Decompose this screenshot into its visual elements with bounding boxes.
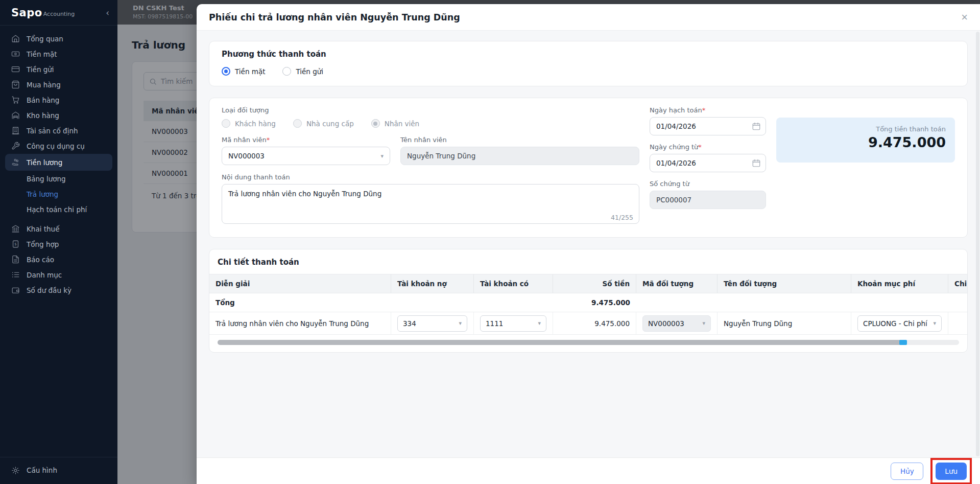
form-right-column: Ngày hạch toán* Ngày chứng từ* (650, 106, 766, 217)
debit-account-select[interactable]: 334 ▾ (397, 315, 467, 332)
object-code-select: NV000003 ▾ (642, 315, 711, 332)
modal-title: Phiếu chi trả lương nhân viên Nguyễn Tru… (209, 12, 460, 22)
radio-bank-transfer-dot (282, 67, 291, 76)
sidebar-item-tax[interactable]: Khai thuế (5, 221, 112, 236)
sidebar-item-overview[interactable]: Tổng quan (5, 31, 112, 46)
total-row-amount: 9.475.000 (553, 298, 636, 307)
char-counter: 41/255 (611, 214, 633, 221)
sidebar-item-purchasing[interactable]: Mua hàng (5, 77, 112, 92)
entry-object-name: Nguyễn Trung Dũng (718, 312, 851, 334)
sidebar-item-tools[interactable]: Công cụ dụng cụ (5, 139, 112, 153)
col-debit-account: Tài khoản nợ (391, 274, 474, 293)
col-description: Diễn giải (209, 274, 391, 293)
voucher-date-input[interactable] (650, 154, 766, 172)
chevron-down-icon: ▾ (380, 153, 384, 159)
horizontal-scrollbar[interactable] (218, 340, 959, 345)
shopping-bag-icon (11, 80, 20, 89)
posting-date-label: Ngày hạch toán* (650, 106, 766, 114)
warehouse-icon (11, 111, 20, 120)
detail-table-header: Diễn giải Tài khoản nợ Tài khoản có Số t… (209, 274, 967, 293)
total-amount-value: 9.475.000 (785, 134, 946, 150)
sidebar-item-reports[interactable]: Báo cáo (5, 252, 112, 267)
voucher-date-label: Ngày chứng từ* (650, 143, 766, 151)
total-row-label: Tổng (209, 298, 391, 307)
shopping-cart-icon (11, 96, 20, 104)
payment-method-options: Tiền mặt Tiền gửi (222, 67, 955, 76)
radio-customer: Khách hàng (222, 119, 276, 128)
scrollbar-blue-marker (899, 340, 907, 345)
expense-item-select[interactable]: CPLUONG - Chi phí lươ ▾ (857, 315, 942, 332)
entry-amount[interactable]: 9.475.000 (553, 312, 636, 334)
credit-account-select[interactable]: 1111 ▾ (480, 315, 546, 332)
voucher-number-field: Số chứng từ (650, 180, 766, 209)
radio-supplier-dot (293, 119, 302, 128)
radio-bank-transfer[interactable]: Tiền gửi (282, 67, 323, 76)
employee-name-label: Tên nhân viên (400, 136, 639, 144)
sidebar-item-bank-deposit[interactable]: Tiền gửi (5, 62, 112, 77)
receipt-dollar-icon: $ (11, 240, 20, 248)
cancel-button[interactable]: Hủy (891, 463, 923, 480)
file-text-icon (11, 255, 20, 264)
sidebar-item-cash[interactable]: Tiền mặt (5, 47, 112, 61)
col-amount: Số tiền (553, 274, 636, 293)
employee-code-select[interactable]: NV000003 ▾ (222, 147, 390, 165)
radio-cash[interactable]: Tiền mặt (222, 67, 265, 76)
hand-coins-icon (11, 158, 20, 167)
sidebar-item-categories[interactable]: Danh mục (5, 267, 112, 282)
building-icon (11, 126, 20, 135)
form-left-column: Loại đối tượng Khách hàng Nhà cung cấp (222, 106, 639, 226)
scrollbar-thumb[interactable] (218, 340, 903, 345)
svg-text:$: $ (14, 242, 17, 246)
sidebar-collapse-icon[interactable]: ‹ (106, 8, 109, 18)
sidebar-item-pay-salary[interactable]: Trả lương (5, 187, 112, 201)
employee-code-field: Mã nhân viên* NV000003 ▾ (222, 136, 390, 165)
sidebar: Sapo Accounting ‹ Tổng quan Tiền mặt Tiề… (0, 0, 117, 484)
salary-payment-modal: Phiếu chi trả lương nhân viên Nguyễn Tru… (197, 4, 980, 484)
logo-suffix: Accounting (43, 11, 75, 17)
total-amount-box: Tổng tiền thanh toán 9.475.000 (776, 118, 955, 163)
gear-icon (11, 466, 20, 475)
credit-card-icon (11, 65, 20, 74)
entry-debit-cell: 334 ▾ (391, 312, 474, 334)
calendar-icon[interactable] (752, 158, 761, 168)
list-icon (11, 270, 20, 279)
sidebar-item-salary-table[interactable]: Bảng lương (5, 171, 112, 186)
entry-description[interactable]: Trả lương nhân viên cho Nguyễn Trung Dũn… (209, 312, 391, 334)
col-truncated: Chi (948, 274, 967, 293)
sidebar-item-expense-accounting[interactable]: Hạch toán chi phí (5, 202, 112, 217)
radio-employee-dot (371, 119, 380, 128)
save-button-highlight: Lưu (930, 458, 972, 484)
chevron-down-icon: ▾ (702, 320, 705, 327)
payment-detail-card: Chi tiết thanh toán Diễn giải Tài khoản … (209, 249, 968, 353)
banknote-icon (11, 50, 20, 58)
sidebar-item-payroll[interactable]: Tiền lương (5, 154, 112, 171)
chevron-down-icon: ▾ (933, 320, 936, 327)
entry-object-code-cell: NV000003 ▾ (636, 312, 718, 334)
posting-date-field: Ngày hạch toán* (650, 106, 766, 135)
payment-content-label: Nội dung thanh toán (222, 173, 639, 181)
payment-content-textarea[interactable]: Trả lương nhân viên cho Nguyễn Trung Dũn… (222, 184, 639, 224)
sidebar-item-fixed-assets[interactable]: Tài sản cố định (5, 123, 112, 138)
sidebar-item-sales[interactable]: Bán hàng (5, 93, 112, 107)
employee-name-input (400, 147, 639, 165)
chevron-down-icon: ▾ (538, 320, 541, 327)
home-icon (11, 34, 20, 43)
posting-date-input[interactable] (650, 117, 766, 135)
voucher-date-field: Ngày chứng từ* (650, 143, 766, 172)
wrench-icon (11, 142, 20, 150)
sidebar-item-warehouse[interactable]: Kho hàng (5, 108, 112, 123)
save-button[interactable]: Lưu (936, 463, 967, 480)
logo-row: Sapo Accounting ‹ (0, 0, 117, 26)
sidebar-item-settings[interactable]: Cấu hình (5, 461, 112, 479)
radio-customer-dot (222, 119, 230, 128)
close-icon[interactable]: × (961, 12, 968, 23)
sidebar-item-opening-balance[interactable]: Số dư đầu kỳ (5, 283, 112, 297)
sidebar-item-summary[interactable]: $ Tổng hợp (5, 237, 112, 251)
total-amount-label: Tổng tiền thanh toán (785, 125, 946, 133)
modal-vertical-scrollbar[interactable] (976, 32, 979, 456)
payment-content-field: Nội dung thanh toán Trả lương nhân viên … (222, 173, 639, 226)
calendar-icon[interactable] (752, 122, 761, 131)
payment-method-card: Phương thức thanh toán Tiền mặt Tiền gửi (209, 41, 968, 86)
radio-cash-dot (222, 67, 230, 76)
employee-code-label: Mã nhân viên* (222, 136, 390, 144)
